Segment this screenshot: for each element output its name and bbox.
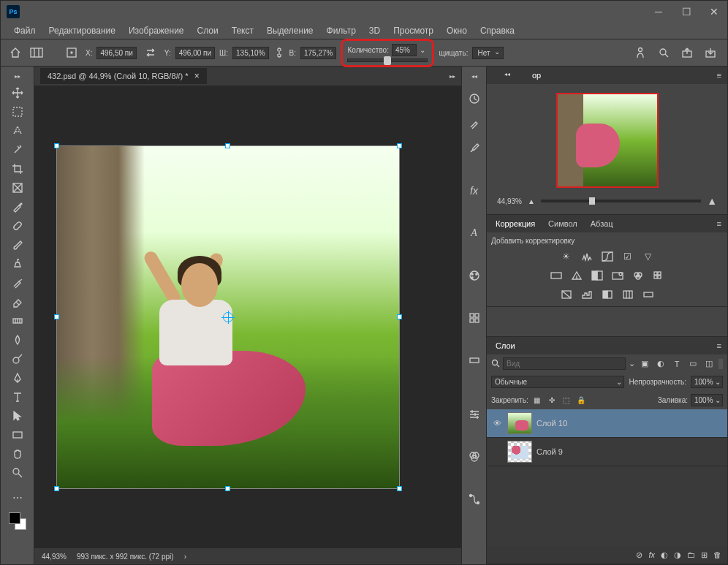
transform-handle-bl[interactable] — [54, 486, 59, 491]
color-panel-icon[interactable] — [466, 267, 483, 284]
close-button[interactable]: ✕ — [707, 6, 721, 18]
minimize-button[interactable]: ─ — [651, 6, 666, 18]
search-icon[interactable] — [654, 43, 673, 62]
blend-mode-select[interactable]: Обычные — [491, 376, 624, 388]
layer-name[interactable]: Слой 10 — [536, 419, 567, 428]
navigator-tab[interactable]: ор — [529, 69, 544, 81]
home-icon[interactable] — [8, 45, 23, 60]
brushes-panel-icon[interactable] — [466, 115, 483, 132]
curves-icon[interactable] — [599, 249, 615, 264]
export-icon[interactable] — [701, 43, 720, 62]
navigator-thumbnail[interactable] — [556, 93, 659, 188]
transform-center-icon[interactable] — [223, 312, 233, 322]
gradient-map-icon[interactable] — [640, 287, 656, 302]
layers-tab[interactable]: Слои — [493, 340, 518, 352]
amount-dropdown-icon[interactable]: ⌄ — [420, 46, 425, 54]
share-icon[interactable] — [678, 43, 697, 62]
zoom-tool[interactable] — [7, 464, 29, 482]
tabstrip-expand-icon[interactable]: ▸▸ — [450, 73, 455, 80]
crop-tool[interactable] — [7, 160, 29, 178]
channel-mixer-icon[interactable] — [630, 268, 646, 283]
clone-stamp-tool[interactable] — [7, 255, 29, 273]
link-layers-icon[interactable]: ⊘ — [636, 550, 642, 560]
hue-icon[interactable] — [548, 268, 564, 283]
dodge-tool[interactable] — [7, 350, 29, 368]
filter-smart-icon[interactable]: ◫ — [702, 358, 716, 370]
tab-close-icon[interactable]: × — [194, 71, 200, 81]
lock-all-icon[interactable]: 🔒 — [575, 395, 587, 406]
reference-point-icon[interactable] — [62, 43, 81, 62]
panel-menu-icon[interactable]: ≡ — [717, 71, 721, 80]
navigator-zoom-value[interactable]: 44,93% — [497, 197, 522, 205]
levels-icon[interactable] — [579, 249, 595, 264]
threshold-icon[interactable] — [599, 287, 615, 302]
healing-tool[interactable] — [7, 217, 29, 235]
filter-search-icon[interactable] — [491, 359, 500, 369]
lock-pixels-icon[interactable]: ▦ — [531, 395, 543, 406]
edit-toolbar-icon[interactable]: ⋯ — [7, 489, 29, 507]
filter-toggle-icon[interactable] — [718, 359, 723, 369]
pen-tool[interactable] — [7, 369, 29, 387]
maximize-button[interactable]: ☐ — [679, 6, 694, 18]
amount-slider[interactable] — [347, 58, 428, 62]
marquee-tool[interactable] — [7, 103, 29, 121]
glyphs-panel-icon[interactable]: A — [466, 224, 483, 242]
invert-icon[interactable] — [558, 287, 575, 302]
vibrance-icon[interactable]: ▽ — [640, 249, 656, 264]
blur-tool[interactable] — [7, 331, 29, 349]
transform-handle-br[interactable] — [397, 486, 402, 491]
dock-expand-icon[interactable]: ◂◂ — [460, 72, 489, 80]
layer-name[interactable]: Слой 9 — [536, 447, 563, 456]
filter-dropdown-icon[interactable]: ⌄ — [629, 359, 635, 368]
transform-handle-bc[interactable] — [225, 486, 230, 491]
color-lookup-icon[interactable] — [651, 268, 667, 283]
filter-pixel-icon[interactable]: ▣ — [638, 358, 651, 370]
zoom-in-icon[interactable]: ▲ — [707, 195, 717, 207]
tab-corrections[interactable]: Коррекция — [493, 218, 538, 230]
hand-tool[interactable] — [7, 445, 29, 463]
layer-row[interactable]: Слой 9 — [487, 438, 727, 466]
frame-tool[interactable] — [7, 179, 29, 197]
tab-paragraph[interactable]: Абзац — [588, 218, 616, 230]
menu-filter[interactable]: Фильтр — [321, 24, 362, 37]
properties-panel-icon[interactable] — [466, 406, 483, 423]
posterize-icon[interactable] — [579, 287, 595, 302]
layer-visibility-icon[interactable]: 👁 — [491, 419, 503, 428]
move-tool[interactable] — [7, 84, 29, 102]
type-tool[interactable] — [7, 388, 29, 406]
link-icon[interactable] — [273, 47, 285, 58]
w-field[interactable]: 135,10% — [232, 47, 268, 59]
swatches-panel-icon[interactable] — [466, 309, 483, 327]
transform-handle-ml[interactable] — [54, 314, 59, 319]
magic-wand-tool[interactable] — [7, 141, 29, 159]
history-brush-tool[interactable] — [7, 274, 29, 292]
fill-field[interactable]: 100% — [691, 394, 723, 406]
amount-slider-thumb[interactable] — [384, 56, 391, 65]
canvas-image[interactable] — [56, 145, 400, 489]
h-field[interactable]: 175,27% — [300, 47, 336, 59]
brush-settings-icon[interactable] — [466, 140, 483, 157]
selective-color-icon[interactable] — [620, 287, 636, 302]
x-field[interactable]: 496,50 пи — [96, 47, 136, 59]
menu-edit[interactable]: Редактирование — [43, 24, 121, 37]
document-tab[interactable]: 432.psd @ 44,9% (Слой 10, RGB/8#) * × — [40, 68, 207, 84]
layer-fx-icon[interactable]: fx — [648, 550, 655, 559]
transform-handle-tr[interactable] — [397, 143, 402, 148]
amount-field[interactable]: 45% — [392, 44, 417, 56]
navigator-zoom-slider[interactable] — [541, 200, 701, 202]
color-balance-icon[interactable] — [569, 268, 585, 283]
rectangle-tool[interactable] — [7, 426, 29, 444]
styles-panel-icon[interactable]: fx — [466, 182, 483, 200]
protect-dropdown[interactable]: Нет — [472, 47, 504, 59]
transform-handle-mr[interactable] — [397, 314, 402, 319]
new-group-icon[interactable]: 🗀 — [687, 550, 695, 559]
gradients-panel-icon[interactable] — [466, 352, 483, 369]
paths-panel-icon[interactable] — [466, 490, 483, 508]
panel-menu-icon[interactable]: ≡ — [717, 341, 721, 350]
new-adjustment-icon[interactable]: ◑ — [674, 550, 681, 560]
zoom-out-icon[interactable]: ▲ — [528, 197, 535, 205]
menu-file[interactable]: Файл — [8, 24, 42, 37]
panel-menu-icon[interactable]: ≡ — [717, 219, 721, 228]
menu-view[interactable]: Просмотр — [387, 24, 439, 37]
layer-thumbnail[interactable] — [507, 412, 532, 434]
